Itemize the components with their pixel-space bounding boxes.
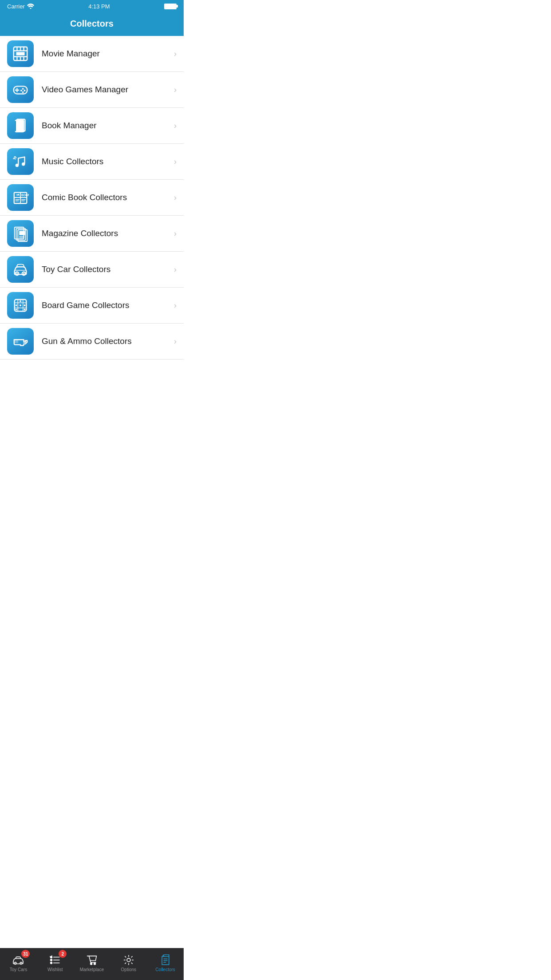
music-icon-svg <box>12 153 29 170</box>
music-collectors-label: Music Collectors <box>42 157 174 166</box>
svg-point-53 <box>16 309 17 311</box>
book-manager-icon <box>7 112 34 139</box>
svg-point-51 <box>20 304 21 306</box>
magazine-icon <box>7 220 34 247</box>
comic-book-icon: BOOM <box>7 184 34 211</box>
magazine-collectors-chevron: › <box>174 229 177 238</box>
carrier-wifi: Carrier <box>7 3 34 10</box>
gamepad-icon-svg <box>12 81 29 98</box>
board-game-collectors-label: Board Game Collectors <box>42 300 174 310</box>
list-item-book-manager[interactable]: Book Manager › <box>0 108 184 144</box>
comic-book-label: Comic Book Collectors <box>42 193 174 202</box>
movie-icon-svg <box>12 45 29 62</box>
movie-manager-icon <box>7 40 34 67</box>
svg-rect-55 <box>14 340 19 343</box>
svg-rect-35 <box>19 231 25 235</box>
svg-rect-19 <box>16 120 24 132</box>
svg-text:BOOM: BOOM <box>21 194 29 197</box>
svg-point-50 <box>16 304 17 306</box>
movie-manager-chevron: › <box>174 49 177 59</box>
svg-point-22 <box>16 164 19 167</box>
book-icon-svg <box>12 117 29 134</box>
music-collectors-chevron: › <box>174 157 177 166</box>
gun-ammo-collectors-chevron: › <box>174 337 177 346</box>
svg-point-14 <box>22 88 24 90</box>
book-manager-chevron: › <box>174 121 177 130</box>
svg-point-0 <box>30 8 31 9</box>
board-game-collectors-chevron: › <box>174 301 177 310</box>
gun-icon-svg <box>12 333 29 350</box>
svg-point-49 <box>20 300 21 302</box>
car-icon-svg <box>12 261 29 278</box>
page-title: Collectors <box>70 19 114 28</box>
svg-point-42 <box>23 273 24 274</box>
board-game-icon <box>7 292 34 319</box>
carrier-text: Carrier <box>7 3 25 10</box>
svg-point-54 <box>24 309 26 311</box>
svg-point-40 <box>16 273 18 274</box>
list-item-gun-ammo-collectors[interactable]: Gun & Ammo Collectors › <box>0 324 184 360</box>
collectors-list: Movie Manager › Video Games Manager › <box>0 36 184 360</box>
video-games-label: Video Games Manager <box>42 85 174 95</box>
list-item-music-collectors[interactable]: Music Collectors › <box>0 144 184 180</box>
svg-point-23 <box>22 162 25 166</box>
battery-fill <box>165 4 176 8</box>
list-item-video-games-manager[interactable]: Video Games Manager › <box>0 72 184 108</box>
video-games-chevron: › <box>174 85 177 95</box>
book-manager-label: Book Manager <box>42 121 174 130</box>
video-games-icon <box>7 76 34 103</box>
gun-ammo-icon <box>7 328 34 355</box>
svg-point-52 <box>24 304 26 306</box>
comic-icon-svg: BOOM <box>12 189 29 206</box>
dice-icon-svg <box>12 297 29 314</box>
toy-car-collectors-chevron: › <box>174 265 177 274</box>
magazine-collectors-label: Magazine Collectors <box>42 229 174 238</box>
music-collectors-icon <box>7 148 34 175</box>
time-display: 4:13 PM <box>88 3 110 10</box>
battery-icon <box>164 4 177 9</box>
toy-car-icon <box>7 256 34 283</box>
svg-rect-10 <box>16 52 25 55</box>
page-header: Collectors <box>0 12 184 36</box>
status-bar: Carrier 4:13 PM <box>0 0 184 12</box>
list-item-magazine-collectors[interactable]: Magazine Collectors › <box>0 216 184 252</box>
list-item-comic-book-collectors[interactable]: BOOM Comic Book Collectors › <box>0 180 184 216</box>
toy-car-collectors-label: Toy Car Collectors <box>42 265 174 274</box>
list-item-board-game-collectors[interactable]: Board Game Collectors › <box>0 288 184 324</box>
list-item-toy-car-collectors[interactable]: Toy Car Collectors › <box>0 252 184 288</box>
list-item-movie-manager[interactable]: Movie Manager › <box>0 36 184 72</box>
svg-point-17 <box>22 91 24 93</box>
magazine-icon-svg <box>12 225 29 242</box>
comic-book-chevron: › <box>174 193 177 202</box>
wifi-icon <box>27 4 34 9</box>
svg-point-16 <box>20 90 22 91</box>
movie-manager-label: Movie Manager <box>42 49 174 59</box>
main-content: Movie Manager › Video Games Manager › <box>0 36 184 391</box>
gun-ammo-collectors-label: Gun & Ammo Collectors <box>42 336 174 346</box>
svg-point-15 <box>24 90 26 91</box>
